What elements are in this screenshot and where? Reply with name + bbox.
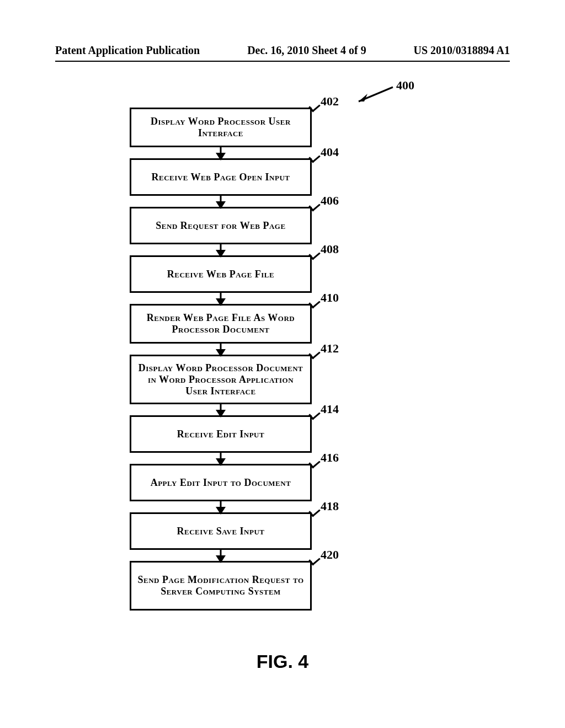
step-ref-label: 404 <box>321 145 339 159</box>
flow-step: Display Word Processor Document in Word … <box>130 355 312 404</box>
flow-arrow <box>130 147 312 158</box>
overall-ref-label: 400 <box>396 78 414 93</box>
flow-arrow <box>130 501 312 512</box>
arrow-head-icon <box>216 250 226 258</box>
page-header: Patent Application Publication Dec. 16, … <box>0 44 565 57</box>
flow-step: Receive Edit Input <box>130 415 312 453</box>
flow-column: Display Word Processor User Interface402… <box>130 108 312 611</box>
flow-step: Receive Save Input <box>130 512 312 550</box>
step-ref-label: 402 <box>321 94 339 109</box>
arrow-head-icon <box>216 298 226 306</box>
flow-step: Send Page Modification Request to Server… <box>130 561 312 611</box>
flow-arrow <box>130 293 312 304</box>
step-ref-label: 420 <box>321 548 339 562</box>
flow-step: Receive Web Page File <box>130 255 312 293</box>
flow-step: Apply Edit Input to Document <box>130 464 312 501</box>
arrow-head-icon <box>216 507 226 515</box>
arrow-head-icon <box>216 410 226 417</box>
figure-label: FIG. 4 <box>0 651 565 672</box>
flow-step: Display Word Processor User Interface <box>130 108 312 147</box>
flow-arrow <box>130 244 312 255</box>
arrow-head-icon <box>216 153 226 160</box>
flow-arrow <box>130 196 312 207</box>
flow-step: Render Web Page File As Word Processor D… <box>130 304 312 344</box>
header-rule <box>55 61 510 62</box>
flow-arrow <box>130 344 312 355</box>
arrow-head-icon <box>216 458 226 466</box>
arrow-head-icon <box>216 555 226 563</box>
header-left: Patent Application Publication <box>55 44 200 57</box>
step-ref-label: 418 <box>321 499 339 513</box>
arrow-head-icon <box>216 349 226 357</box>
step-ref-label: 410 <box>321 291 339 305</box>
flow-arrow <box>130 453 312 464</box>
page: Patent Application Publication Dec. 16, … <box>0 0 565 728</box>
step-ref-label: 412 <box>321 341 339 356</box>
flow-step: Send Request for Web Page <box>130 207 312 244</box>
step-ref-label: 416 <box>321 451 339 465</box>
step-ref-label: 406 <box>321 194 339 208</box>
flow-arrow <box>130 550 312 561</box>
header-center: Dec. 16, 2010 Sheet 4 of 9 <box>247 44 366 57</box>
flow-arrow <box>130 404 312 415</box>
step-ref-label: 414 <box>321 402 339 416</box>
header-right: US 2010/0318894 A1 <box>414 44 510 57</box>
flow-step: Receive Web Page Open Input <box>130 158 312 196</box>
step-ref-label: 408 <box>321 242 339 256</box>
arrow-head-icon <box>216 201 226 209</box>
